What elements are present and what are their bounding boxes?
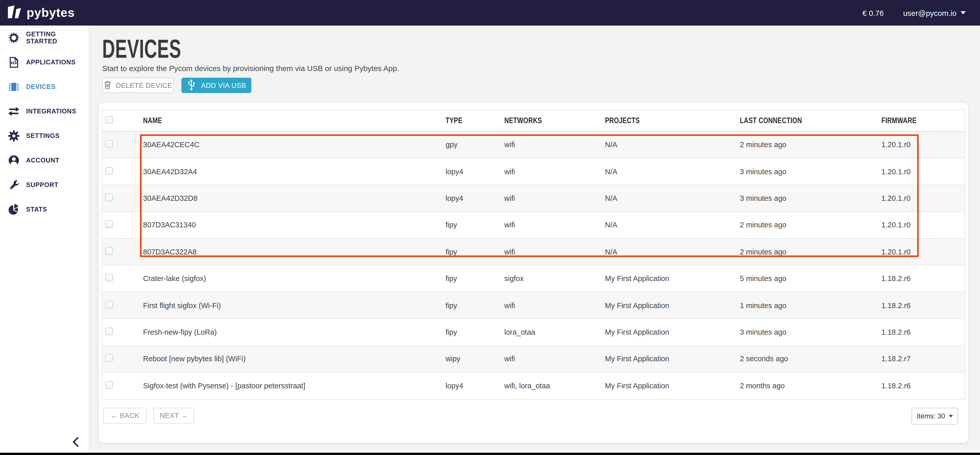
- sidebar-item-applications[interactable]: APPLICATIONS: [0, 50, 89, 75]
- trash-icon: [104, 80, 111, 91]
- sidebar-item-label: SUPPORT: [26, 181, 58, 189]
- devices-table: NAME TYPE NETWORKS PROJECTS LAST CONNECT…: [102, 109, 965, 400]
- table-row[interactable]: 30AEA42D32D8 lopy4 wifi N/A 3 minutes ag…: [102, 185, 965, 212]
- sidebar-collapse-button[interactable]: [72, 437, 81, 447]
- device-name: Sigfox-test (with Pysense) - [pastoor pe…: [143, 382, 445, 390]
- add-via-usb-button[interactable]: ADD VIA USB: [181, 78, 251, 93]
- delete-device-button[interactable]: DELETE DEVICE: [102, 78, 174, 93]
- topbar-right: € 0.76 user@pycom.io: [862, 8, 966, 17]
- row-checkbox[interactable]: [105, 354, 113, 362]
- table-row[interactable]: First flight sigfox (Wi-Fi) fipy wifi My…: [102, 292, 965, 319]
- device-networks: wifi: [504, 167, 605, 175]
- device-networks: wifi: [504, 248, 605, 256]
- user-email: user@pycom.io: [903, 8, 956, 17]
- main-content: DEVICES Start to explore the Pycom devic…: [89, 25, 980, 455]
- table-row[interactable]: 30AEA42CEC4C gpy wifi N/A 2 minutes ago …: [102, 132, 965, 158]
- device-name: 30AEA42D32D8: [143, 194, 445, 202]
- page-title: DEVICES: [102, 36, 968, 62]
- device-networks: wifi: [504, 355, 605, 363]
- device-firmware: 1.20.1.r0: [881, 221, 965, 229]
- device-type: lopy4: [445, 194, 504, 202]
- user-menu[interactable]: user@pycom.io: [903, 8, 966, 17]
- device-type: gpy: [445, 140, 504, 149]
- device-last-connection: 2 months ago: [740, 382, 881, 390]
- table-row[interactable]: 807D3AC322A8 fipy wifi N/A 2 minutes ago…: [102, 239, 965, 266]
- device-last-connection: 3 minutes ago: [740, 194, 881, 202]
- select-all-checkbox[interactable]: [105, 116, 113, 123]
- device-name: Reboot [new pybytes lib] (WiFi): [143, 355, 445, 363]
- device-projects: N/A: [605, 167, 740, 175]
- column-header-last-connection: LAST CONNECTION: [740, 116, 881, 125]
- chip-icon: [8, 81, 19, 92]
- table-header-row: NAME TYPE NETWORKS PROJECTS LAST CONNECT…: [102, 110, 965, 132]
- usb-icon: [187, 78, 196, 92]
- table-row[interactable]: Reboot [new pybytes lib] (WiFi) wipy wif…: [102, 346, 965, 372]
- logo-text: pybytes: [27, 6, 75, 20]
- device-name: First flight sigfox (Wi-Fi): [143, 301, 445, 309]
- device-networks: wifi: [504, 140, 605, 149]
- table-row[interactable]: Sigfox-test (with Pysense) - [pastoor pe…: [102, 372, 965, 399]
- sidebar-item-support[interactable]: SUPPORT: [0, 173, 89, 197]
- row-checkbox[interactable]: [105, 328, 113, 335]
- sidebar-item-integrations[interactable]: INTEGRATIONS: [0, 99, 89, 124]
- back-button[interactable]: ← BACK: [103, 407, 146, 423]
- device-last-connection: 3 minutes ago: [740, 167, 881, 175]
- sidebar-item-label: GETTING STARTED: [26, 31, 89, 45]
- bottom-edge-strip: [0, 453, 980, 455]
- table-row[interactable]: 30AEA42D32A4 lopy4 wifi N/A 3 minutes ag…: [102, 158, 965, 185]
- sidebar-item-devices[interactable]: DEVICES: [0, 75, 89, 99]
- sidebar: GETTING STARTED APPLICATIONS: [0, 25, 89, 455]
- device-networks: wifi: [504, 194, 605, 202]
- table-row[interactable]: Crater-lake (sigfox) fipy sigfox My Firs…: [102, 266, 965, 292]
- sidebar-item-label: APPLICATIONS: [26, 59, 76, 66]
- app-window: pybytes € 0.76 user@pycom.io GETTING STA…: [0, 0, 980, 455]
- device-projects: My First Application: [605, 328, 740, 336]
- column-header-firmware: FIRMWARE: [881, 116, 965, 125]
- row-checkbox[interactable]: [105, 301, 113, 309]
- column-header-networks: NETWORKS: [504, 116, 605, 125]
- row-checkbox[interactable]: [105, 140, 113, 148]
- device-name: 807D3AC322A8: [143, 248, 445, 256]
- sidebar-item-settings[interactable]: SETTINGS: [0, 124, 89, 148]
- pybytes-logo[interactable]: pybytes: [7, 5, 75, 21]
- table-row[interactable]: Fresh-new-fipy (LoRa) fipy lora_otaa My …: [102, 319, 965, 346]
- next-button[interactable]: NEXT →: [153, 407, 194, 423]
- device-last-connection: 1 minutes ago: [740, 301, 881, 309]
- page-subtitle: Start to explore the Pycom devices by pr…: [102, 64, 968, 73]
- table-row[interactable]: 807D3AC31340 fipy wifi N/A 2 minutes ago…: [102, 212, 965, 239]
- sidebar-item-getting-started[interactable]: GETTING STARTED: [0, 25, 89, 50]
- device-type: fipy: [445, 274, 504, 283]
- pybytes-logo-icon: [7, 5, 22, 21]
- device-networks: sigfox: [504, 274, 605, 283]
- row-checkbox[interactable]: [105, 167, 113, 175]
- device-networks: wifi: [504, 221, 605, 229]
- row-checkbox[interactable]: [105, 381, 113, 389]
- device-type: fipy: [445, 248, 504, 256]
- sun-icon: [8, 32, 19, 43]
- sidebar-item-stats[interactable]: STATS: [0, 197, 89, 222]
- user-icon: [8, 155, 19, 166]
- chevron-left-icon: [72, 437, 79, 447]
- row-checkbox[interactable]: [105, 194, 113, 201]
- sidebar-item-label: INTEGRATIONS: [26, 108, 76, 115]
- items-per-page-dropdown[interactable]: Items: 30: [912, 407, 958, 424]
- device-type: fipy: [445, 301, 504, 309]
- device-type: wipy: [445, 355, 504, 363]
- device-name: 807D3AC31340: [143, 221, 445, 229]
- action-buttons: DELETE DEVICE ADD VIA USB: [102, 78, 968, 93]
- sidebar-item-account[interactable]: ACCOUNT: [0, 148, 89, 173]
- code-document-icon: [8, 57, 19, 68]
- caret-down-icon: [961, 11, 966, 14]
- row-checkbox[interactable]: [105, 221, 113, 228]
- column-header-name: NAME: [143, 116, 445, 125]
- row-checkbox[interactable]: [105, 274, 113, 282]
- device-name: 30AEA42CEC4C: [143, 140, 445, 149]
- sidebar-item-label: DEVICES: [26, 83, 56, 91]
- screenshot-root: pybytes € 0.76 user@pycom.io GETTING STA…: [0, 0, 980, 455]
- row-checkbox[interactable]: [105, 247, 113, 255]
- sidebar-item-label: ACCOUNT: [26, 157, 59, 164]
- gear-icon: [8, 130, 19, 142]
- device-projects: My First Application: [605, 355, 740, 363]
- table-body: 30AEA42CEC4C gpy wifi N/A 2 minutes ago …: [102, 132, 965, 399]
- device-projects: N/A: [605, 194, 740, 202]
